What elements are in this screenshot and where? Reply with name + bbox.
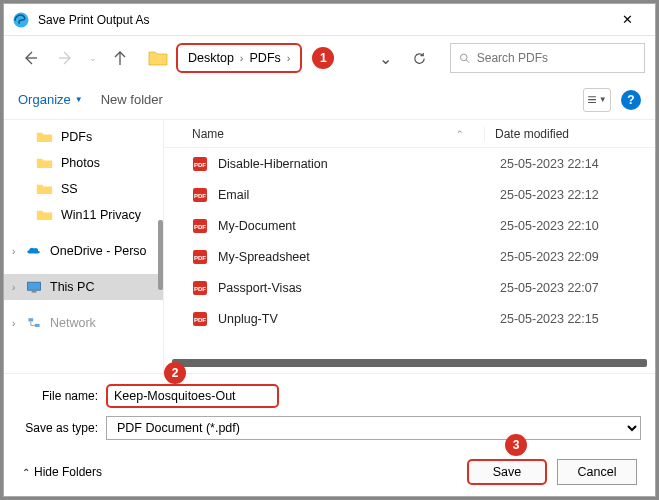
- folder-icon: [36, 208, 53, 222]
- savetype-label: Save as type:: [18, 421, 98, 435]
- chevron-right-icon[interactable]: ›: [12, 282, 15, 293]
- sidebar-item-onedrive[interactable]: ›OneDrive - Perso: [4, 238, 163, 264]
- breadcrumb[interactable]: Desktop › PDFs ›: [176, 43, 302, 73]
- chevron-right-icon: ›: [240, 52, 244, 64]
- save-button[interactable]: Save: [467, 459, 547, 485]
- svg-point-1: [460, 54, 467, 61]
- folder-icon: [148, 49, 168, 67]
- back-button[interactable]: [14, 42, 46, 74]
- file-row[interactable]: PDFEmail25-05-2023 22:12: [164, 179, 655, 210]
- sidebar-item-ss[interactable]: SS: [4, 176, 163, 202]
- sort-ascending-icon: ⌃: [456, 129, 464, 139]
- annotation-1: 1: [312, 47, 334, 69]
- column-header-date[interactable]: Date modified: [484, 127, 655, 141]
- svg-text:PDF: PDF: [194, 224, 206, 230]
- file-row[interactable]: PDFDisable-Hibernation25-05-2023 22:14: [164, 148, 655, 179]
- svg-text:PDF: PDF: [194, 317, 206, 323]
- search-field[interactable]: [477, 51, 636, 65]
- search-icon: [459, 52, 471, 65]
- file-row[interactable]: PDFMy-Document25-05-2023 22:10: [164, 210, 655, 241]
- svg-text:PDF: PDF: [194, 162, 206, 168]
- cancel-button[interactable]: Cancel: [557, 459, 637, 485]
- file-row[interactable]: PDFPassport-Visas25-05-2023 22:07: [164, 272, 655, 303]
- column-header-name[interactable]: Name⌃: [192, 127, 484, 141]
- chevron-up-icon: ⌃: [22, 467, 30, 478]
- navigation-sidebar: PDFs Photos SS Win11 Privacy ›OneDrive -…: [4, 120, 164, 373]
- help-button[interactable]: ?: [621, 90, 641, 110]
- svg-text:PDF: PDF: [194, 255, 206, 261]
- sidebar-item-photos[interactable]: Photos: [4, 150, 163, 176]
- window-title: Save Print Output As: [38, 13, 607, 27]
- svg-rect-5: [35, 324, 40, 327]
- chevron-right-icon: ›: [287, 52, 291, 64]
- svg-text:PDF: PDF: [194, 193, 206, 199]
- pdf-icon: PDF: [192, 218, 208, 234]
- pc-icon: [26, 280, 42, 294]
- close-button[interactable]: ✕: [607, 6, 647, 34]
- folder-icon: [36, 130, 53, 144]
- hide-folders-button[interactable]: ⌃Hide Folders: [22, 465, 102, 479]
- file-list: Name⌃ Date modified PDFDisable-Hibernati…: [164, 120, 655, 373]
- refresh-button[interactable]: [404, 43, 434, 73]
- svg-rect-2: [28, 282, 41, 290]
- sidebar-item-network[interactable]: ›Network: [4, 310, 163, 336]
- pdf-icon: PDF: [192, 156, 208, 172]
- svg-rect-3: [32, 291, 37, 293]
- pdf-icon: PDF: [192, 280, 208, 296]
- folder-icon: [36, 156, 53, 170]
- chevron-right-icon[interactable]: ›: [12, 318, 15, 329]
- new-folder-button[interactable]: New folder: [101, 92, 163, 107]
- savetype-select[interactable]: PDF Document (*.pdf): [106, 416, 641, 440]
- file-row[interactable]: PDFUnplug-TV25-05-2023 22:15: [164, 303, 655, 334]
- organize-button[interactable]: Organize▼: [18, 92, 83, 107]
- edge-icon: [12, 11, 30, 29]
- pdf-icon: PDF: [192, 249, 208, 265]
- history-dropdown[interactable]: ⌄: [370, 43, 400, 73]
- chevron-right-icon[interactable]: ›: [12, 246, 15, 257]
- sidebar-item-pdfs[interactable]: PDFs: [4, 124, 163, 150]
- forward-button[interactable]: [50, 42, 82, 74]
- sidebar-scrollbar[interactable]: [158, 220, 163, 290]
- file-row[interactable]: PDFMy-Spreadsheet25-05-2023 22:09: [164, 241, 655, 272]
- sidebar-item-win11[interactable]: Win11 Privacy: [4, 202, 163, 228]
- svg-rect-4: [28, 318, 33, 321]
- svg-text:PDF: PDF: [194, 286, 206, 292]
- filename-input[interactable]: [106, 384, 279, 408]
- breadcrumb-pdfs[interactable]: PDFs: [250, 51, 281, 65]
- network-icon: [26, 316, 42, 330]
- pdf-icon: PDF: [192, 311, 208, 327]
- breadcrumb-desktop[interactable]: Desktop: [188, 51, 234, 65]
- onedrive-icon: [26, 244, 42, 258]
- up-button[interactable]: [104, 42, 136, 74]
- annotation-3: 3: [505, 434, 527, 456]
- search-input[interactable]: [450, 43, 645, 73]
- horizontal-scrollbar[interactable]: [172, 359, 647, 367]
- pdf-icon: PDF: [192, 187, 208, 203]
- recent-dropdown[interactable]: ⌄: [86, 42, 100, 74]
- sidebar-item-thispc[interactable]: ›This PC: [4, 274, 163, 300]
- view-options-button[interactable]: ≡ ▼: [583, 88, 611, 112]
- filename-label: File name:: [18, 389, 98, 403]
- annotation-2: 2: [164, 362, 186, 384]
- folder-icon: [36, 182, 53, 196]
